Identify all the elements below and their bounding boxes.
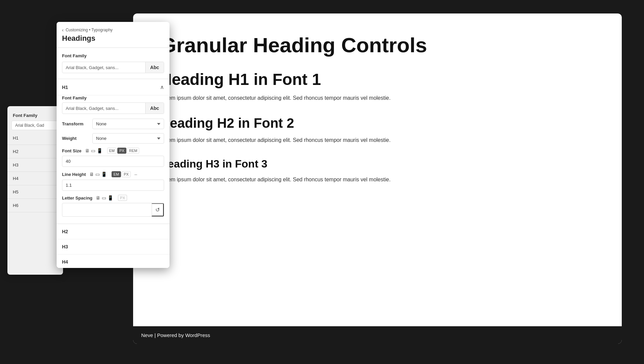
h1-font-family: Font Family Abc [62, 95, 164, 114]
line-height-header: Line Height 🖥 ▭ 📱 EM PX – [62, 171, 164, 178]
footer-text: Neve | Powered by WordPress [141, 332, 210, 338]
lh-em-unit-btn[interactable]: EM [112, 171, 121, 177]
em-unit-btn[interactable]: EM [107, 148, 117, 154]
letter-spacing-input[interactable] [62, 205, 152, 215]
weight-label: Weight [62, 136, 89, 141]
footer-bar: Neve | Powered by WordPress [133, 326, 622, 344]
lh-mobile-icon[interactable]: 📱 [101, 172, 107, 177]
h1-weight-row: Weight None 400 700 900 [62, 133, 164, 144]
customizer-back-panel: Font Family Arial Black, Gad H1 H2 H3 H4… [7, 106, 63, 275]
preview-h3: Heading H3 in Font 3 [160, 158, 595, 170]
line-height-dash[interactable]: – [133, 171, 139, 178]
h4-item[interactable]: H4 [57, 254, 170, 268]
h2-item[interactable]: H2 [57, 224, 170, 239]
line-height-input[interactable] [62, 180, 164, 191]
customizer-header: ‹ Customizing • Typography Headings [57, 22, 170, 48]
line-height-units: EM PX [112, 171, 131, 177]
line-height-label: Line Height [62, 172, 86, 177]
rem-unit-btn[interactable]: REM [127, 148, 139, 154]
preview-h1: Heading H1 in Font 1 [160, 70, 595, 89]
h1-letter-spacing-row: Letter Spacing 🖥 ▭ 📱 PX ↺ [62, 195, 164, 217]
mobile-icon[interactable]: 📱 [97, 148, 102, 153]
main-preview-panel: Granular Heading Controls Heading H1 in … [133, 13, 622, 344]
px-unit-btn[interactable]: PX [117, 148, 126, 154]
weight-select[interactable]: None 400 700 900 [92, 133, 164, 144]
preview-content: Granular Heading Controls Heading H1 in … [133, 13, 622, 326]
back-h6-item[interactable]: H6 [7, 199, 63, 212]
transform-label: Transform [62, 121, 89, 126]
global-font-family-input[interactable] [62, 62, 145, 73]
font-size-input[interactable] [62, 156, 164, 167]
back-h4-item[interactable]: H4 [7, 172, 63, 185]
device-icons: 🖥 ▭ 📱 [85, 148, 102, 153]
back-h5-item[interactable]: H5 [7, 185, 63, 199]
ls-device-icons: 🖥 ▭ 📱 [96, 195, 113, 201]
h3-item[interactable]: H3 [57, 239, 170, 254]
h1-transform-row: Transform None Uppercase Lowercase Capit… [62, 119, 164, 129]
letter-spacing-reset-btn[interactable]: ↺ [152, 203, 164, 216]
h1-font-input-row: Abc [62, 102, 164, 114]
tablet-icon[interactable]: ▭ [91, 148, 95, 153]
lh-desktop-icon[interactable]: 🖥 [89, 172, 94, 177]
h1-font-size-row: Font Size 🖥 ▭ 📱 EM PX REM [62, 148, 164, 167]
lh-tablet-icon[interactable]: ▭ [95, 172, 100, 177]
preview-h2: Heading H2 in Font 2 [160, 116, 595, 131]
letter-spacing-label: Letter Spacing [62, 195, 92, 201]
h1-font-family-label: Font Family [62, 95, 164, 100]
preview-lorem2: Lorem ipsum dolor sit amet, consectetur … [160, 136, 595, 144]
customizer-scroll-area: Font Family Abc H1 ∧ Font Family Abc [57, 48, 170, 268]
h1-font-family-input[interactable] [62, 103, 145, 114]
chevron-up-icon: ∧ [160, 84, 164, 90]
h1-label: H1 [62, 85, 68, 90]
h1-header[interactable]: H1 ∧ [57, 79, 170, 95]
back-font-input: Arial Black, Gad [11, 121, 59, 130]
global-font-abc-btn[interactable]: Abc [145, 62, 164, 73]
h1-line-height-row: Line Height 🖥 ▭ 📱 EM PX – [62, 171, 164, 191]
back-h1-item[interactable]: H1 [7, 131, 63, 145]
global-font-family-label: Font Family [62, 53, 164, 58]
global-font-family-section: Font Family Abc [57, 48, 170, 79]
h1-expanded-panel: Font Family Abc Transform None Uppercase… [57, 95, 170, 223]
h1-font-abc-btn[interactable]: Abc [145, 103, 164, 114]
lh-px-unit-btn[interactable]: PX [122, 171, 131, 177]
preview-lorem3: Lorem ipsum dolor sit amet, consectetur … [160, 176, 595, 184]
letter-spacing-header: Letter Spacing 🖥 ▭ 📱 PX [62, 195, 164, 201]
heading-items-list: H2 H3 H4 H5 H6 [57, 224, 170, 268]
h1-section: H1 ∧ Font Family Abc Transform None [57, 79, 170, 223]
font-size-label: Font Size [62, 148, 82, 153]
desktop-icon[interactable]: 🖥 [85, 148, 90, 153]
line-height-device-icons: 🖥 ▭ 📱 [89, 172, 107, 177]
breadcrumb: ‹ Customizing • Typography [62, 27, 164, 33]
back-h3-item[interactable]: H3 [7, 158, 63, 172]
preview-main-title: Granular Heading Controls [160, 34, 595, 57]
font-size-header: Font Size 🖥 ▭ 📱 EM PX REM [62, 148, 164, 154]
customizer-front-panel: ‹ Customizing • Typography Headings Font… [57, 22, 170, 268]
ls-tablet-icon[interactable]: ▭ [102, 195, 106, 201]
back-h2-item[interactable]: H2 [7, 145, 63, 158]
font-size-units: EM PX REM [107, 148, 140, 154]
letter-spacing-input-row: ↺ [62, 203, 164, 217]
ls-desktop-icon[interactable]: 🖥 [96, 195, 100, 201]
breadcrumb-text: Customizing • Typography [66, 28, 113, 32]
back-button[interactable]: ‹ [62, 27, 64, 33]
back-font-family-label: Font Family [7, 110, 63, 119]
global-font-input-row: Abc [62, 62, 164, 73]
preview-lorem1: Lorem ipsum dolor sit amet, consectetur … [160, 94, 595, 102]
ls-mobile-icon[interactable]: 📱 [108, 195, 113, 201]
customizer-title: Headings [62, 34, 164, 43]
ls-px-unit-btn[interactable]: PX [118, 195, 127, 201]
transform-select[interactable]: None Uppercase Lowercase Capitalize [92, 119, 164, 129]
